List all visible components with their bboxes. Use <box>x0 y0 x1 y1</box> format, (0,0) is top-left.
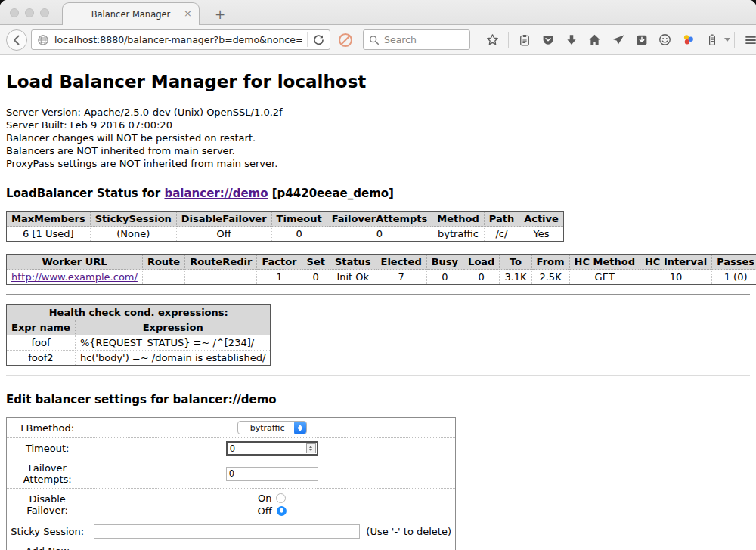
table-header-row: Worker URL Route RouteRedir Factor Set S… <box>7 255 756 270</box>
cell-busy: 0 <box>426 270 463 285</box>
cell-failoverattempts: 0 <box>327 227 432 242</box>
navigation-toolbar: localhost:8880/balancer-manager?b=demo&n… <box>0 25 756 55</box>
column-header: Active <box>519 212 564 227</box>
column-header: Expr name <box>7 320 76 335</box>
tab-close-icon[interactable]: × <box>184 8 192 19</box>
cell-method: bytraffic <box>432 227 484 242</box>
column-header: Route <box>142 255 184 270</box>
inherit-note-line: Balancers are NOT inherited from main se… <box>6 144 750 157</box>
form-row-timeout: Timeout: <box>7 438 456 459</box>
url-bar[interactable]: localhost:8880/balancer-manager?b=demo&n… <box>31 29 330 50</box>
toolbar-separator <box>508 32 509 48</box>
worker-url-link[interactable]: http://www.example.com/ <box>11 271 138 283</box>
form-row-failover-attempts: Failover Attempts: <box>7 459 456 489</box>
radio-on-label: On <box>258 492 271 505</box>
close-window-button[interactable] <box>10 8 19 17</box>
page-content: Load Balancer Manager for localhost Serv… <box>0 55 756 550</box>
proxypass-note-line: ProxyPass settings are NOT inherited fro… <box>6 157 750 170</box>
column-header: Worker URL <box>7 255 143 270</box>
feedback-smiley-icon[interactable] <box>658 32 673 48</box>
column-header: Status <box>330 255 376 270</box>
sticky-session-label: Sticky Session: <box>7 521 88 542</box>
back-button[interactable] <box>6 29 27 51</box>
column-header: Method <box>432 212 484 227</box>
save-page-icon[interactable] <box>634 32 649 48</box>
form-row-lbmethod: LBmethod: bytraffic <box>7 418 456 438</box>
column-header: Factor <box>257 255 302 270</box>
cell-from: 2.5K <box>531 270 569 285</box>
column-header: Elected <box>376 255 426 270</box>
url-text[interactable]: localhost:8880/balancer-manager?b=demo&n… <box>54 34 302 45</box>
home-icon[interactable] <box>587 32 603 48</box>
menu-hamburger-icon[interactable] <box>743 32 756 48</box>
cell-route <box>142 270 184 285</box>
send-tab-icon[interactable] <box>611 32 626 48</box>
column-header: Expression <box>75 320 271 335</box>
lbmethod-label: LBmethod: <box>7 418 88 438</box>
column-header: Busy <box>426 255 463 270</box>
minimize-window-button[interactable] <box>25 8 34 17</box>
url-divider <box>307 32 308 47</box>
cell-expr-name: foof <box>7 335 76 351</box>
sticky-delete-note: (Use '-' to delete) <box>366 526 451 537</box>
server-built-line: Server Built: Feb 9 2016 07:00:20 <box>6 119 750 131</box>
column-header: Load <box>463 255 500 270</box>
cell-load: 0 <box>463 270 500 285</box>
content-blocked-icon[interactable] <box>338 32 353 48</box>
lbmethod-selected-value: bytraffic <box>238 423 294 433</box>
disable-failover-on-radio[interactable] <box>276 493 286 503</box>
form-row-disable-failover: Disable Failover: On Off <box>7 489 456 521</box>
cell-hc-method: GET <box>569 270 640 285</box>
divider <box>6 375 750 376</box>
cell-stickysession: (None) <box>90 227 176 242</box>
cell-hc-interval: 10 <box>640 270 711 285</box>
disable-failover-off-radio[interactable] <box>277 506 287 516</box>
bookmark-star-icon[interactable] <box>485 32 500 48</box>
tab-title: Balancer Manager <box>91 9 171 20</box>
column-header: From <box>531 255 569 270</box>
select-stepper-icon <box>294 421 306 434</box>
cell-status: Init Ok <box>330 270 376 285</box>
table-row: foof2 hc('body') =~ /domain is establish… <box>7 351 271 366</box>
new-tab-button[interactable]: + <box>209 7 231 22</box>
balancer-demo-link[interactable]: balancer://demo <box>164 187 268 200</box>
timeout-field <box>226 441 318 456</box>
server-version-line: Server Version: Apache/2.5.0-dev (Unix) … <box>6 106 750 119</box>
reload-icon[interactable] <box>313 34 324 45</box>
cell-disablefailover: Off <box>176 227 271 242</box>
form-row-sticky-session: Sticky Session: (Use '-' to delete) <box>7 521 456 542</box>
lbmethod-select[interactable]: bytraffic <box>237 421 307 434</box>
health-check-table: Health check cond. expressions: Expr nam… <box>6 304 271 366</box>
toolbar-separator <box>734 32 735 48</box>
search-bar[interactable] <box>363 29 470 50</box>
window-controls <box>10 8 49 17</box>
cell-expr-name: foof2 <box>7 351 76 366</box>
zoom-window-button[interactable] <box>40 8 49 17</box>
globe-icon <box>37 34 49 46</box>
column-header: StickySession <box>90 212 176 227</box>
failover-attempts-input[interactable] <box>226 467 318 481</box>
chevron-down-icon[interactable] <box>724 38 730 42</box>
form-row-add-worker: Add New Worker: Are you sure? <box>7 542 456 550</box>
tab-balancer-manager[interactable]: Balancer Manager × <box>62 2 200 25</box>
cell-active: Yes <box>519 227 564 242</box>
pocket-icon[interactable] <box>541 32 556 48</box>
column-header: Passes <box>712 255 756 270</box>
number-spinner-icon[interactable] <box>306 443 316 453</box>
add-worker-label: Add New Worker: <box>7 542 88 550</box>
table-row: foof %{REQUEST_STATUS} =~ /^[234]/ <box>7 335 271 351</box>
search-input[interactable] <box>384 34 456 45</box>
container-battery-icon[interactable] <box>705 32 720 48</box>
browser-window: Balancer Manager × + localhost:8880/bala… <box>0 0 756 550</box>
column-header: To <box>500 255 531 270</box>
column-header: FailoverAttempts <box>327 212 432 227</box>
reading-list-icon[interactable] <box>517 32 532 48</box>
worker-table: Worker URL Route RouteRedir Factor Set S… <box>6 254 756 285</box>
column-header: MaxMembers <box>7 212 91 227</box>
edit-settings-heading: Edit balancer settings for balancer://de… <box>6 393 750 406</box>
timeout-input[interactable] <box>228 443 306 454</box>
hello-colored-dots-icon[interactable] <box>681 32 696 48</box>
downloads-icon[interactable] <box>564 32 579 48</box>
persist-note-line: Balancer changes will NOT be persisted o… <box>6 131 750 144</box>
sticky-session-input[interactable] <box>94 524 360 539</box>
